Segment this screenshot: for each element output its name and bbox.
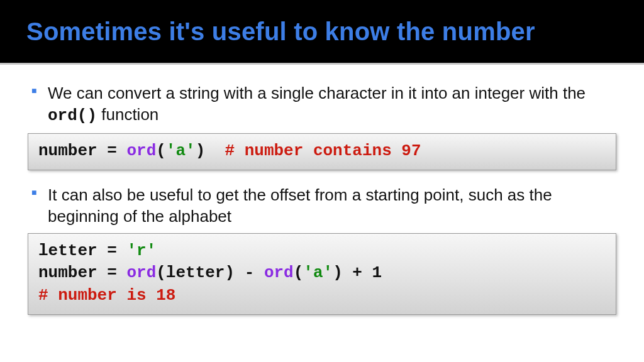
code-comment: # number is 18 — [38, 286, 175, 305]
bullet-text: function — [97, 105, 158, 124]
code-text: ( — [294, 263, 304, 282]
code-text: letter = — [38, 241, 126, 260]
code-str: 'a' — [303, 263, 333, 282]
code-fn: ord — [126, 141, 156, 160]
bullet-list: It can also be useful to get the offset … — [28, 184, 616, 228]
code-block-1: number = ord('a') # number contains 97 — [28, 133, 616, 170]
code-comment: # number contains 97 — [225, 141, 421, 160]
code-text: ) — [196, 141, 225, 160]
code-str: 'a' — [166, 141, 196, 160]
inline-code: ord() — [48, 106, 97, 125]
slide-title: Sometimes it's useful to know the number — [26, 18, 535, 46]
bullet-item: It can also be useful to get the offset … — [28, 184, 616, 228]
bullet-item: We can convert a string with a single ch… — [28, 82, 616, 127]
bullet-list: We can convert a string with a single ch… — [28, 82, 616, 127]
code-text: number = — [38, 263, 126, 282]
code-str: 'r' — [126, 241, 156, 260]
code-text: ) + 1 — [333, 263, 382, 282]
bullet-text: We can convert a string with a single ch… — [48, 84, 586, 102]
slide: Sometimes it's useful to know the number… — [0, 0, 644, 362]
code-text: (letter) - — [156, 263, 264, 282]
code-fn: ord — [126, 263, 156, 282]
code-block-2: letter = 'r' number = ord(letter) - ord(… — [28, 233, 616, 314]
title-bar: Sometimes it's useful to know the number — [0, 0, 644, 63]
code-text: ( — [156, 141, 166, 160]
bullet-text: It can also be useful to get the offset … — [48, 185, 552, 226]
code-text: number = — [38, 141, 126, 160]
code-fn: ord — [264, 263, 294, 282]
slide-content: We can convert a string with a single ch… — [0, 65, 644, 362]
